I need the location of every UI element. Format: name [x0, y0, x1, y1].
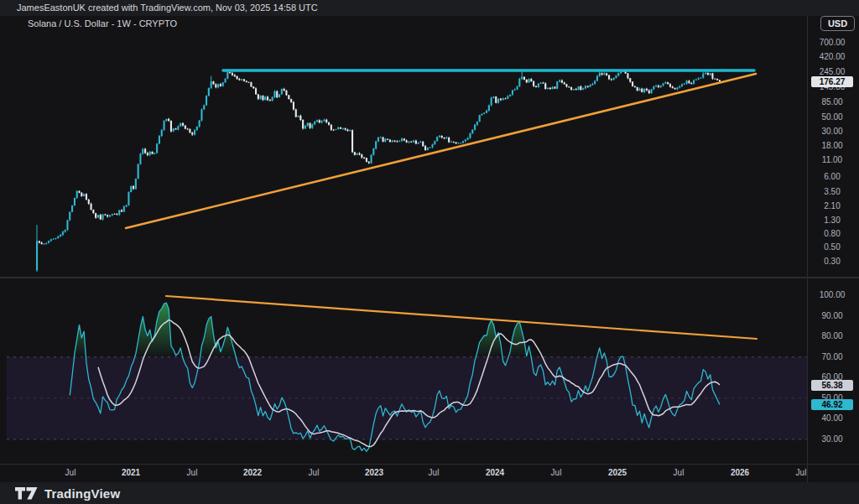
- pane-divider[interactable]: [0, 277, 859, 278]
- price-axis-label: 50.00: [810, 112, 854, 122]
- chart-canvas[interactable]: [0, 0, 859, 504]
- time-axis-label: 2024: [480, 468, 510, 477]
- price-axis-divider: [807, 16, 808, 482]
- time-axis-label: Jul: [299, 468, 329, 477]
- price-axis-label: 30.00: [810, 127, 854, 137]
- tradingview-logo-text[interactable]: TradingView: [44, 486, 120, 501]
- time-axis-label: 2025: [602, 468, 633, 477]
- price-axis-label: 700.00: [810, 38, 854, 48]
- time-axis-divider: [0, 464, 859, 465]
- time-axis-label: Jul: [786, 468, 816, 477]
- rsi-axis-label: 30.00: [810, 434, 854, 444]
- price-axis-label: 18.00: [810, 141, 854, 151]
- price-axis-label: 0.30: [810, 257, 854, 267]
- rsi-ma-badge: 56.38: [811, 380, 853, 391]
- time-axis-label: 2021: [116, 468, 146, 477]
- tradingview-snapshot: JamesEastonUK created with TradingView.c…: [0, 0, 859, 504]
- time-axis-label: Jul: [541, 468, 571, 477]
- price-axis-label: 6.00: [810, 172, 854, 182]
- last-price-badge: 176.27: [811, 76, 853, 87]
- time-axis-label: 2022: [237, 468, 268, 477]
- time-axis-label: 2026: [725, 468, 755, 477]
- price-axis-label: 85.00: [810, 97, 854, 107]
- symbol-title: Solana / U.S. Dollar - 1W - CRYPTO: [28, 18, 177, 29]
- price-axis-label: 0.50: [810, 242, 854, 252]
- price-axis-label: 2.10: [810, 201, 854, 211]
- time-axis-label: Jul: [419, 468, 449, 477]
- price-axis-label: 0.80: [810, 229, 854, 239]
- currency-button[interactable]: USD: [820, 16, 855, 31]
- rsi-axis-label: 100.00: [810, 290, 854, 300]
- rsi-axis-label: 90.00: [810, 311, 854, 321]
- rsi-axis-label: 40.00: [810, 413, 854, 423]
- price-axis-label: 420.00: [810, 52, 854, 62]
- rsi-axis-label: 80.00: [810, 331, 854, 341]
- time-axis-label: Jul: [664, 468, 694, 477]
- tradingview-logo-icon[interactable]: [15, 487, 38, 500]
- time-axis-label: Jul: [177, 468, 207, 477]
- price-axis-label: 1.30: [810, 216, 854, 226]
- time-axis-label: Jul: [55, 468, 86, 477]
- footer-bar: TradingView: [0, 482, 859, 504]
- price-axis-label: 11.00: [810, 155, 854, 165]
- rsi-axis-label: 70.00: [810, 352, 854, 362]
- rsi-badge: 46.92: [811, 399, 853, 410]
- price-axis-label: 3.50: [810, 187, 854, 197]
- time-axis-label: 2023: [359, 468, 389, 477]
